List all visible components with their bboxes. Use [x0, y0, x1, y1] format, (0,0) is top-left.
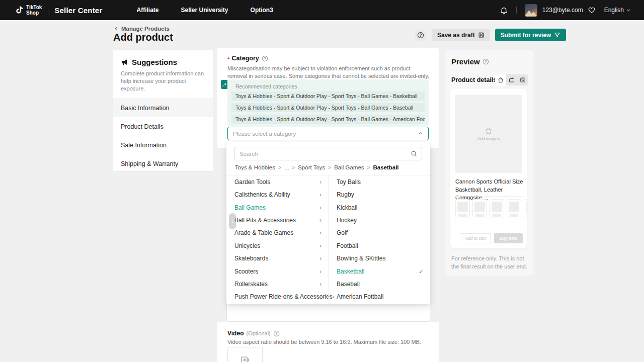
submit-for-review-button[interactable]: Submit for review [495, 29, 567, 41]
breadcrumb-sport-toys[interactable]: Sport Toys [298, 164, 325, 170]
add-images-label: Add images [477, 136, 500, 141]
nav-links: Affiliate Seller University Option3 [136, 7, 273, 14]
option-label: Rugby [337, 191, 354, 198]
breadcrumb-basketball[interactable]: Basetball [373, 164, 398, 170]
category-option-golf[interactable]: Golf [329, 227, 430, 239]
user-avatar[interactable] [525, 4, 537, 17]
live-tv-icon [509, 77, 515, 83]
logo-line2: Shop [26, 10, 42, 16]
video-title-label: Video [227, 330, 244, 337]
megaphone-icon [121, 58, 128, 66]
language-label: English [604, 7, 624, 14]
nav-link-option3[interactable]: Option3 [251, 7, 273, 14]
video-help-icon[interactable] [273, 330, 280, 337]
recommended-category-baseball[interactable]: Toys & Hobbies - Sport & Outdoor Play - … [231, 103, 425, 112]
category-option-american-fottball[interactable]: American Fottball [329, 291, 430, 303]
option-label: Garden Tools [234, 178, 270, 186]
video-upload-dropzone[interactable] [227, 347, 263, 362]
thumbnail-placeholder [455, 199, 470, 218]
option-label: Scooters [234, 268, 258, 275]
shopping-bag-icon [498, 77, 504, 83]
nav-link-seller-university[interactable]: Seller University [181, 7, 228, 14]
breadcrumb-ball-games[interactable]: Ball Games [334, 164, 364, 170]
breadcrumb-toys-hobbies[interactable]: Toys & Hobbies [235, 164, 275, 170]
preview-thumbnails [455, 199, 527, 218]
question-icon [417, 32, 424, 39]
category-option-kickball[interactable]: Kickball [329, 201, 430, 214]
search-icon[interactable] [411, 150, 417, 157]
category-option-baseball[interactable]: Baseball [329, 278, 430, 290]
category-option-ball-pits-accessories[interactable]: Ball Pits & Accessories› [226, 214, 328, 226]
recommended-category-basketball[interactable]: Toys & Hobbies - Sport & Outdoor Play - … [231, 92, 425, 101]
save-as-draft-label: Save as draft [437, 32, 475, 39]
category-option-hockey[interactable]: Hockey [329, 214, 430, 226]
buy-now-button[interactable]: Buy now [494, 233, 523, 243]
breadcrumb-label: Manage Products [121, 26, 170, 32]
breadcrumb-ellipsis[interactable]: ... [284, 164, 289, 170]
category-option-calisthenics-ability[interactable]: Calisthenics & Ability› [226, 188, 328, 201]
category-option-toy-balls[interactable]: Toy Balls [329, 175, 430, 188]
category-option-scooters[interactable]: Scooters› [226, 265, 328, 278]
preview-mode-search-button[interactable] [517, 74, 528, 85]
sidebar-item-basic-information[interactable]: Basic Information [113, 99, 213, 117]
category-option-ball-games[interactable]: Ball Games› [226, 201, 328, 214]
submit-for-review-label: Submit for review [501, 32, 551, 39]
preview-mode-live-button[interactable] [506, 74, 517, 85]
category-option-bowling-skittles[interactable]: Bowling & SKittles [329, 252, 430, 264]
preview-product-title: Cannon Sports Official Size Basketball, … [455, 177, 524, 202]
check-icon: ✓ [419, 268, 424, 275]
option-label: Toy Balls [337, 178, 361, 186]
heart-icon[interactable] [588, 7, 595, 14]
option-label: Basketball [337, 268, 364, 275]
category-option-garden-tools[interactable]: Garden Tools› [226, 175, 328, 188]
category-search-input[interactable] [239, 151, 411, 157]
collapse-handle[interactable]: ‹ [229, 213, 236, 229]
recommended-categories-box: Recommended categories Toys & Hobbies - … [227, 79, 429, 126]
recommended-category-american-football[interactable]: Toys & Hobbies - Sport & Outdoor Play - … [231, 115, 425, 124]
breadcrumb-back[interactable]: Manage Products [114, 26, 170, 32]
preview-mode-switch [495, 74, 528, 85]
suggestions-title: Suggestions [132, 58, 177, 66]
option-label: Bowling & SKittles [337, 255, 385, 262]
option-label: Rollerskates [234, 281, 268, 288]
preview-subtitle: Product details [451, 76, 497, 83]
notification-bell-icon[interactable] [500, 6, 508, 15]
category-option-push-power-ride-ons[interactable]: Push Power Ride-ons & Accessories› [226, 291, 328, 303]
category-title-label: Category [232, 55, 259, 62]
breadcrumb-separator: > [367, 165, 370, 170]
sidebar-item-product-details[interactable]: Product Details [113, 117, 213, 136]
option-label: Golf [337, 229, 348, 236]
option-label: Baseball [337, 281, 360, 288]
category-option-skateboards[interactable]: Skateboards› [226, 252, 328, 264]
preview-help-icon[interactable] [482, 58, 489, 65]
category-option-rollerskates[interactable]: Rollerskates› [226, 278, 328, 290]
option-label: Arade & Table Games [234, 229, 293, 236]
category-option-football[interactable]: Football [329, 239, 430, 252]
sidebar-item-sale-information[interactable]: Sale Information [113, 136, 213, 154]
video-section-title: Video (Optional) [227, 330, 280, 337]
option-label: Push Power Ride-ons & Accessories [234, 293, 333, 300]
top-navbar: TikTok Shop Seller Center Affiliate Sell… [0, 0, 644, 20]
option-label: Hockey [337, 217, 357, 224]
preview-title-row: Preview [451, 57, 489, 66]
category-help-icon[interactable] [262, 55, 268, 62]
nav-link-affiliate[interactable]: Affiliate [136, 7, 158, 14]
category-column-left: Garden Tools› Calisthenics & Ability› Ba… [226, 175, 328, 303]
language-selector[interactable]: English [604, 7, 631, 14]
add-to-cart-button[interactable]: Add to cart [460, 233, 491, 243]
account-email[interactable]: 123@byte.com [542, 7, 583, 14]
nav-divider [516, 7, 517, 14]
category-option-basketball[interactable]: Basketball✓ [329, 265, 430, 278]
sidebar-item-shipping-warranty[interactable]: Shipping & Warranty [113, 154, 213, 173]
chevron-left-icon: ‹ [231, 218, 233, 224]
category-select[interactable]: Please select a category [227, 127, 429, 140]
preview-mode-product-button[interactable] [495, 74, 506, 85]
preview-image-placeholder: Add images [455, 95, 522, 173]
category-option-unicycles[interactable]: Unicycles› [226, 239, 328, 252]
tiktok-shop-logo[interactable]: TikTok Shop [14, 5, 42, 16]
page-help-button[interactable] [415, 29, 427, 41]
category-option-arade-table-games[interactable]: Arade & Table Games› [226, 227, 328, 239]
category-option-rugby[interactable]: Rugby [329, 188, 430, 201]
required-marker: • [227, 56, 230, 61]
save-as-draft-button[interactable]: Save as draft [432, 29, 490, 41]
